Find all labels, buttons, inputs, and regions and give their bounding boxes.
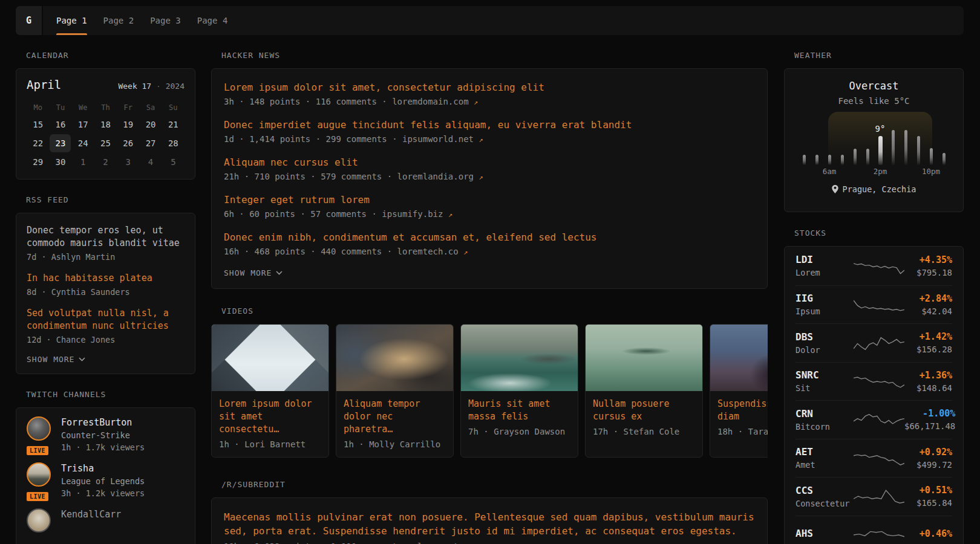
hour-axis-label: 6am (823, 165, 837, 176)
weather-bar-slot: 6am (823, 112, 836, 176)
video-card[interactable]: Suspendisse sed diam 18h · Tara (710, 324, 768, 458)
rss-item[interactable]: In hac habitasse platea 8d · Cynthia Sau… (27, 272, 185, 297)
stock-sparkline (854, 332, 904, 353)
calendar-day: 19 (117, 115, 139, 134)
weekday-label: Mo (27, 100, 49, 115)
video-card[interactable]: Lorem ipsum dolor sit amet consectetu… 1… (211, 324, 329, 458)
stocks-section-label: STOCKS (794, 228, 964, 238)
weekday-label: Sa (139, 100, 162, 115)
weather-location-text: Prague, Czechia (843, 184, 916, 194)
stock-sparkline (854, 256, 904, 276)
stock-row[interactable]: CRN Bitcorn -1.00% $66,171.48 (795, 400, 952, 439)
weather-section-label: WEATHER (794, 51, 964, 60)
stock-row[interactable]: CCS Consectetur +0.51% $165.84 (795, 477, 952, 516)
weather-bar-slot (887, 112, 900, 176)
current-temp-label: 9° (875, 124, 886, 134)
twitch-channel-row[interactable]: LIVE Trisha League of Legends 3h · 1.2k … (27, 462, 185, 498)
video-card[interactable]: Aliquam tempor dolor nec pharetra… 1h · … (336, 324, 454, 458)
stock-identity: AET Amet (795, 446, 854, 470)
calendar-day: 26 (117, 134, 139, 152)
stock-values: +0.46% (904, 528, 952, 542)
calendar-day: 3 (117, 153, 139, 171)
external-link-icon: ↗ (479, 135, 483, 144)
stock-values: +1.42% $156.28 (904, 331, 952, 354)
page-tab[interactable]: Page 3 (150, 6, 181, 35)
stock-row[interactable]: LDI Lorem +4.35% $795.18 (795, 247, 952, 285)
app-logo[interactable]: G (16, 6, 43, 35)
calendar-widget: April Week 17 · 2024 MoTuWeThFrSaSu 1516… (16, 68, 195, 180)
calendar-day: 15 (27, 115, 48, 134)
stock-row[interactable]: IIG Ipsum +2.84% $42.04 (795, 285, 952, 324)
calendar-day: 21 (163, 115, 184, 134)
location-pin-icon (832, 185, 838, 193)
avatar (27, 462, 51, 487)
subreddit-post-title: Maecenas mollis pulvinar erat non posuer… (224, 510, 755, 538)
stock-sparkline (854, 486, 904, 507)
stock-name: Sit (795, 383, 854, 393)
hn-section-label: HACKER NEWS (221, 51, 768, 60)
calendar-month: April (27, 78, 61, 91)
stock-price: $165.84 (904, 498, 952, 508)
twitch-widget: LIVE ForrestBurton Counter-Strike 1h · 1… (16, 407, 195, 544)
twitch-channel-info: KendallCarr (61, 508, 121, 533)
weekday-label: Fr (117, 100, 139, 115)
hn-item[interactable]: Aliquam nec cursus elit 21h · 710 points… (224, 156, 755, 181)
stock-row[interactable]: DBS Dolor +1.42% $156.28 (795, 323, 952, 362)
show-more-label: SHOW MORE (27, 355, 74, 364)
left-column: CALENDAR April Week 17 · 2024 MoTuWeThFr… (16, 51, 195, 544)
stock-sparkline (854, 371, 904, 392)
twitch-avatar-wrap (27, 508, 53, 533)
avatar (27, 508, 51, 533)
rss-show-more-button[interactable]: SHOW MORE (27, 355, 185, 364)
twitch-channel-row[interactable]: KendallCarr (27, 508, 185, 533)
rss-item[interactable]: Donec tempor eros leo, ut commodo mauris… (27, 224, 185, 262)
weather-bar-slot: 10pm (925, 112, 938, 176)
external-link-icon: ↗ (448, 210, 452, 219)
hn-item[interactable]: Integer eget rutrum lorem 6h · 60 points… (224, 193, 755, 219)
temperature-bar (815, 155, 818, 165)
rss-item-title: Donec tempor eros leo, ut commodo mauris… (27, 224, 185, 250)
hn-item-meta-text: 21h · 710 points · 579 comments · loreml… (224, 172, 474, 181)
video-card-body: Suspendisse sed diam 18h · Tara (710, 391, 768, 444)
weather-bar-slot (811, 112, 823, 176)
rss-item[interactable]: Sed volutpat nulla nisl, a condimentum n… (27, 307, 185, 345)
stock-row[interactable]: AHS +0.46% (795, 516, 952, 544)
page-tab[interactable]: Page 4 (197, 6, 228, 35)
weather-bar-slot (861, 112, 874, 176)
rss-item-meta: 12d · Chance Jones (27, 335, 185, 345)
calendar-day: 25 (95, 134, 116, 152)
stock-name: Bitcorn (795, 422, 854, 432)
stock-price: $66,171.48 (904, 421, 955, 431)
weather-widget: Overcast Feels like 5°C (784, 68, 964, 212)
temperature-bar (828, 155, 831, 165)
video-card[interactable]: Nullam posuere cursus ex 17h · Stefan Co… (585, 324, 703, 458)
calendar-section-label: CALENDAR (26, 51, 195, 60)
stock-name: Ipsum (795, 306, 854, 316)
twitch-channel-name: ForrestBurton (61, 417, 145, 428)
live-badge: LIVE (25, 445, 50, 456)
middle-column: HACKER NEWS Lorem ipsum dolor sit amet, … (211, 51, 768, 544)
video-meta: 18h · Tara (717, 427, 768, 436)
hn-item[interactable]: Donec imperdiet augue tincidunt felis al… (224, 118, 755, 144)
hn-item[interactable]: Donec enim nibh, condimentum et accumsan… (224, 231, 755, 256)
calendar-year: 2024 (166, 82, 185, 91)
video-title: Mauris sit amet massa felis (468, 398, 570, 423)
hn-item[interactable]: Lorem ipsum dolor sit amet, consectetur … (224, 81, 755, 106)
page-tab[interactable]: Page 1 (56, 6, 87, 35)
calendar-weekday-row: MoTuWeThFrSaSu (27, 100, 185, 115)
stock-change-percent: -1.00% (904, 408, 955, 419)
page-tab[interactable]: Page 2 (103, 6, 134, 35)
weather-hourly-chart: 6am (797, 112, 951, 176)
weekday-label: Th (94, 100, 117, 115)
twitch-avatar-wrap: LIVE (27, 416, 53, 452)
twitch-channel-row[interactable]: LIVE ForrestBurton Counter-Strike 1h · 1… (27, 416, 185, 452)
hn-show-more-button[interactable]: SHOW MORE (224, 268, 755, 277)
stock-row[interactable]: SNRC Sit +1.36% $148.64 (795, 362, 952, 401)
subreddit-post[interactable]: Maecenas mollis pulvinar erat non posuer… (224, 510, 755, 544)
stock-price: $156.28 (904, 345, 952, 354)
stock-row[interactable]: AET Amet +0.92% $499.72 (795, 439, 952, 478)
video-thumbnail (461, 325, 578, 391)
stock-symbol: SNRC (795, 369, 854, 381)
video-card[interactable]: Mauris sit amet massa felis 7h · Grayson… (460, 324, 578, 458)
stock-identity: SNRC Sit (795, 369, 854, 393)
